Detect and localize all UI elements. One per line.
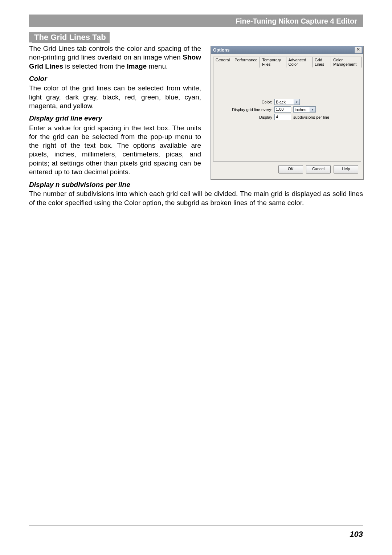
tab-advanced-color[interactable]: Advanced Color (286, 57, 313, 68)
dialog-titlebar[interactable]: Options ✕ (211, 46, 363, 54)
color-paragraph: The color of the grid lines can be selec… (29, 84, 201, 110)
tab-panel: Color: Black ▾ Display grid line every: … (213, 67, 361, 162)
tab-performance[interactable]: Performance (232, 57, 260, 68)
cancel-button[interactable]: Cancel (306, 165, 331, 174)
intro-b: is selected from the (63, 62, 127, 70)
footer-divider (29, 526, 363, 526)
unit-dropdown[interactable]: inches ▾ (293, 106, 316, 113)
spacing-input[interactable]: 1.00 (274, 106, 291, 113)
page-header: Fine-Tuning Nikon Capture 4 Editor (29, 15, 363, 27)
every-paragraph: Enter a value for grid spacing in the te… (29, 124, 201, 177)
dialog-tabs: General Performance Temporary Files Adva… (213, 56, 361, 67)
label-color: Color: (213, 100, 274, 104)
label-sub-after: subdivisions per line (293, 115, 329, 119)
dialog-title: Options (213, 48, 229, 53)
section-title: The Grid Lines Tab (32, 32, 110, 43)
subdivisions-paragraph: The number of subdivisions into which ea… (29, 189, 363, 207)
subdivisions-subheading: Display n subdivisions per line (29, 181, 363, 189)
chevron-down-icon: ▾ (310, 107, 315, 112)
close-icon[interactable]: ✕ (355, 47, 362, 53)
label-every: Display grid line every: (213, 107, 274, 112)
intro-a: The Grid Lines tab controls the color an… (29, 45, 201, 61)
tab-general[interactable]: General (213, 57, 232, 68)
section-heading: The Grid Lines Tab (29, 32, 363, 43)
page-number: 103 (350, 530, 363, 539)
unit-value: inches (295, 107, 310, 112)
tab-grid-lines[interactable]: Grid Lines (312, 57, 331, 68)
intro-bold-2: Image (127, 62, 147, 70)
header-title: Fine-Tuning Nikon Capture 4 Editor (236, 17, 357, 27)
label-display: Display (213, 115, 274, 119)
ok-button[interactable]: OK (278, 165, 303, 174)
intro-paragraph: The Grid Lines tab controls the color an… (29, 44, 201, 71)
subdiv-input[interactable]: 4 (274, 114, 291, 120)
chevron-down-icon: ▾ (294, 99, 299, 105)
help-button[interactable]: Help (334, 165, 358, 174)
color-value: Black (276, 100, 294, 104)
options-dialog: Options ✕ General Performance Temporary … (211, 46, 364, 180)
color-dropdown[interactable]: Black ▾ (274, 99, 300, 105)
tab-temporary-files[interactable]: Temporary Files (260, 57, 286, 68)
intro-c: menu. (147, 62, 168, 70)
every-subheading: Display grid line every (29, 114, 201, 123)
tab-color-management[interactable]: Color Management (331, 57, 362, 68)
color-subheading: Color (29, 74, 201, 83)
